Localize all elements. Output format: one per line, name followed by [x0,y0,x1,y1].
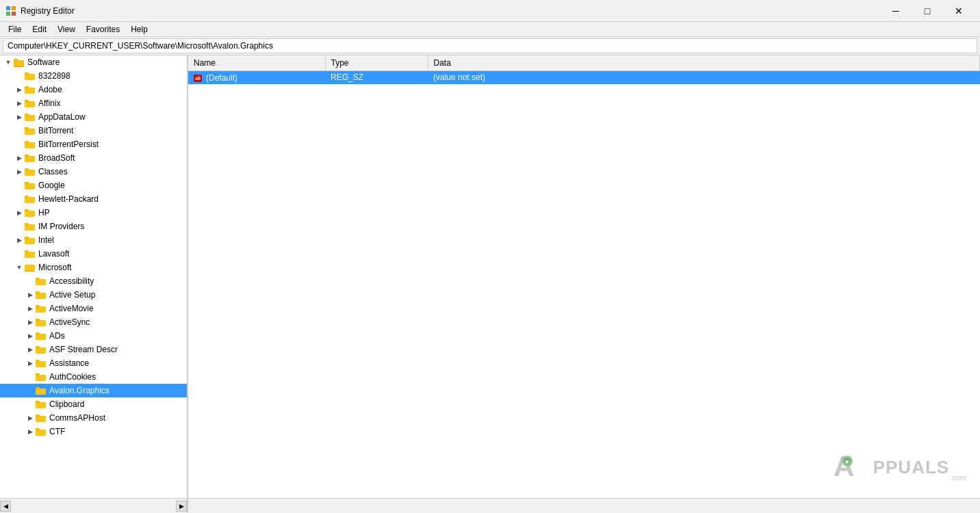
tree-item-bittorrentpersist[interactable]: BitTorrentPersist [0,137,187,151]
tree-item-microsoft[interactable]: ▼ Microsoft [0,261,187,274]
tree-item-appdatalow[interactable]: ▶ AppDataLow [0,110,187,124]
tree-item-clipboard[interactable]: Clipboard [0,397,187,411]
menu-file[interactable]: File [3,23,27,36]
svg-rect-16 [25,127,29,129]
window-title: Registry Editor [21,6,880,16]
expand-asf[interactable]: ▶ [25,344,36,355]
menu-view[interactable]: View [52,23,81,36]
expand-software[interactable]: ▼ [3,57,14,68]
svg-rect-31 [25,238,35,244]
close-button[interactable]: ✕ [943,0,975,22]
svg-rect-8 [25,73,29,75]
svg-rect-47 [36,347,46,354]
no-expand-accessibility [25,276,36,287]
svg-rect-2 [6,12,10,16]
tree-item-activesync[interactable]: ▶ ActiveSync [0,315,187,329]
scroll-right-arrow[interactable]: ▶ [176,501,187,512]
tree-item-intel[interactable]: ▶ Intel [0,233,187,247]
folder-icon-ads [36,331,47,341]
svg-rect-1 [12,6,16,10]
svg-rect-12 [25,100,29,102]
svg-rect-24 [25,182,29,184]
tree-item-adobe[interactable]: ▶ Adobe [0,83,187,96]
folder-icon-ctf [36,427,47,436]
menu-help[interactable]: Help [125,23,153,36]
tree-item-classes[interactable]: ▶ Classes [0,165,187,179]
address-bar[interactable]: Computer\HKEY_CURRENT_USER\Software\Micr… [3,38,977,53]
tree-item-activemovie[interactable]: ▶ ActiveMovie [0,302,187,315]
tree-panel[interactable]: ▼ Software 8322898 ▶ Adobe [0,55,188,498]
expand-microsoft[interactable]: ▼ [14,262,25,273]
tree-item-software[interactable]: ▼ Software [0,55,187,69]
menu-edit[interactable]: Edit [27,23,52,36]
minimize-button[interactable]: ─ [880,0,912,22]
folder-icon-im-providers [25,222,36,231]
svg-rect-36 [25,265,35,271]
expand-adobe[interactable]: ▶ [14,84,25,95]
folder-icon-bittorrentpersist [25,140,36,149]
tree-item-avalon-graphics[interactable]: Avalon.Graphics [0,384,187,397]
tree-item-assistance[interactable]: ▶ Assistance [0,356,187,370]
expand-appdatalow[interactable]: ▶ [14,111,25,122]
svg-rect-30 [25,223,29,225]
tree-item-lavasoft[interactable]: Lavasoft [0,247,187,261]
scroll-track[interactable] [11,501,176,512]
folder-icon-assistance [36,358,47,368]
svg-rect-23 [25,183,35,189]
menu-favorites[interactable]: Favorites [81,23,125,36]
svg-rect-60 [36,428,40,430]
tree-item-8322898[interactable]: 8322898 [0,69,187,83]
svg-rect-3 [12,12,16,16]
expand-assistance[interactable]: ▶ [25,358,36,369]
tree-hscroll-area: ◀ ▶ [0,499,188,513]
svg-rect-43 [36,320,46,326]
tree-item-active-setup[interactable]: ▶ Active Setup [0,288,187,302]
tree-item-hp[interactable]: ▶ HP [0,206,187,220]
expand-hp[interactable]: ▶ [14,207,25,218]
tree-item-ads[interactable]: ▶ ADs [0,329,187,343]
title-bar: Registry Editor ─ □ ✕ [0,0,980,22]
tree-item-bittorrent[interactable]: BitTorrent [0,124,187,137]
tree-label-active-setup: Active Setup [49,290,187,300]
no-expand-google [14,180,25,191]
values-table: Name Type Data ab (Default) REG_SZ (valu… [188,55,980,85]
tree-item-google[interactable]: Google [0,179,187,192]
bottom-area: ◀ ▶ [0,498,980,513]
scroll-left-arrow[interactable]: ◀ [0,501,11,512]
expand-intel[interactable]: ▶ [14,235,25,246]
col-header-name: Name [188,55,325,70]
tree-label-adobe: Adobe [38,85,187,94]
svg-rect-28 [25,209,29,211]
tree-label-asf: ASF Stream Descr [49,345,187,354]
tree-label-bittorrentpersist: BitTorrentPersist [38,140,187,149]
expand-commsaphost[interactable]: ▶ [25,412,36,423]
tree-item-hewlett-packard[interactable]: Hewlett-Packard [0,192,187,206]
folder-icon-clipboard [36,399,47,409]
tree-label-software: Software [27,57,187,67]
folder-icon-microsoft [25,263,36,272]
expand-activesync[interactable]: ▶ [25,317,36,328]
expand-classes[interactable]: ▶ [14,166,25,177]
expand-activemovie[interactable]: ▶ [25,303,36,314]
value-name[interactable]: ab (Default) [188,70,325,85]
tree-item-broadsoft[interactable]: ▶ BroadSoft [0,151,187,165]
table-row[interactable]: ab (Default) REG_SZ (value not set) [188,70,980,85]
svg-rect-59 [36,430,46,436]
expand-affinix[interactable]: ▶ [14,98,25,109]
expand-broadsoft[interactable]: ▶ [14,153,25,163]
tree-item-affinix[interactable]: ▶ Affinix [0,96,187,110]
tree-item-asf[interactable]: ▶ ASF Stream Descr [0,343,187,356]
expand-ads[interactable]: ▶ [25,330,36,341]
expand-ctf[interactable]: ▶ [25,426,36,437]
tree-item-accessibility[interactable]: Accessibility [0,274,187,288]
tree-item-im-providers[interactable]: IM Providers [0,220,187,233]
tree-item-ctf[interactable]: ▶ CTF [0,425,187,438]
expand-active-setup[interactable]: ▶ [25,289,36,300]
tree-item-commsaphost[interactable]: ▶ CommsAPHost [0,411,187,425]
tree-item-authcookies[interactable]: AuthCookies [0,370,187,384]
maximize-button[interactable]: □ [912,0,943,22]
svg-rect-33 [25,252,35,258]
folder-icon-accessibility [36,276,47,286]
tree-label-classes: Classes [38,167,187,176]
reg-type-icon: ab [194,75,202,82]
